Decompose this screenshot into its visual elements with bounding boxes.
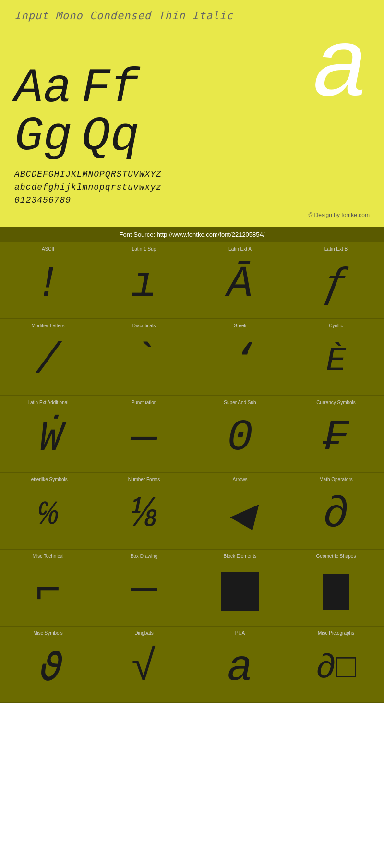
glyph-cell-punctuation: Punctuation — <box>96 396 192 472</box>
alphabet-uppercase: ABCDEFGHIJKLMNOPQRSTUVWXYZ abcdefghijklm… <box>14 168 370 207</box>
glyph-cell-latinexta: Latin Ext A Ā <box>192 242 288 319</box>
glyph-char-modifier: / <box>35 331 61 391</box>
top-section: Input Mono Condensed Thin Italic Aa Ff a… <box>0 0 384 227</box>
glyph-label-mathops: Math Operators <box>293 477 379 482</box>
glyph-cell-ascii: ASCII ! <box>0 242 96 319</box>
glyph-char-pua: a <box>227 638 253 699</box>
glyph-cell-latinextb: Latin Ext B ƒ <box>288 242 384 319</box>
glyph-char-geoshapes <box>323 561 349 622</box>
glyph-label-ascii: ASCII <box>5 246 91 252</box>
glyph-char-boxdrawing: ─ <box>131 561 157 622</box>
glyph-cell-miscpict: Misc Pictographs ∂□ <box>288 626 384 703</box>
glyph-char-latinextadd: Ẇ <box>36 408 60 468</box>
glyph-char-superandsub: 0 <box>227 408 253 468</box>
glyph-char-mathops: ∂ <box>323 484 349 545</box>
glyph-label-boxdrawing: Box Drawing <box>101 554 187 559</box>
glyph-char-ascii: ! <box>35 254 61 314</box>
glyph-label-arrows: Arrows <box>197 477 283 482</box>
glyph-label-pua: PUA <box>197 630 283 636</box>
glyph-char-misctech: ⌐ <box>35 561 61 622</box>
glyph-cell-pua: PUA a <box>192 626 288 703</box>
glyph-char-cyrillic: È <box>326 331 346 391</box>
glyph-char-numberforms: ⅛ <box>131 484 157 545</box>
glyph-cell-numberforms: Number Forms ⅛ <box>96 472 192 549</box>
glyph-label-geoshapes: Geometric Shapes <box>293 554 379 559</box>
char-ff: Ff <box>82 65 139 113</box>
glyph-char-diacriticals: ` <box>131 331 157 391</box>
glyph-cell-misctech: Misc Technical ⌐ <box>0 549 96 626</box>
glyph-label-miscpict: Misc Pictographs <box>293 630 379 636</box>
glyph-char-greek: ʻ <box>227 331 253 391</box>
black-rect-icon <box>323 574 349 610</box>
glyph-label-misctech: Misc Technical <box>5 554 91 559</box>
glyph-cell-modifier: Modifier Letters / <box>0 319 96 396</box>
glyph-char-miscpict: ∂□ <box>316 638 356 699</box>
glyph-grid: ASCII ! Latin 1 Sup ı Latin Ext A Ā Lati… <box>0 242 384 703</box>
glyph-label-latinexta: Latin Ext A <box>197 246 283 252</box>
glyph-char-blockelements <box>221 561 259 622</box>
glyph-cell-geoshapes: Geometric Shapes <box>288 549 384 626</box>
char-gg: Gg <box>14 113 72 161</box>
glyph-char-miscsymbols: ϑ <box>36 638 60 699</box>
glyph-label-numberforms: Number Forms <box>101 477 187 482</box>
glyph-char-dingbats: √ <box>131 638 157 699</box>
glyph-label-cyrillic: Cyrillic <box>293 323 379 328</box>
glyph-label-punctuation: Punctuation <box>101 400 187 405</box>
glyph-cell-superandsub: Super And Sub 0 <box>192 396 288 472</box>
glyph-cell-miscsymbols: Misc Symbols ϑ <box>0 626 96 703</box>
glyph-label-letterlike: Letterlike Symbols <box>5 477 91 482</box>
glyph-label-blockelements: Block Elements <box>197 554 283 559</box>
char-aa: Aa <box>14 65 72 113</box>
font-source: Font Source: http://www.fontke.com/font/… <box>0 227 384 242</box>
char-row-1: Aa Ff a <box>14 26 370 113</box>
glyph-label-latinextadd: Latin Ext Additional <box>5 400 91 405</box>
glyph-cell-boxdrawing: Box Drawing ─ <box>96 549 192 626</box>
glyph-char-latinextb: ƒ <box>323 254 349 314</box>
glyph-cell-greek: Greek ʻ <box>192 319 288 396</box>
char-large-a: a <box>312 26 370 113</box>
glyph-label-latinextb: Latin Ext B <box>293 246 379 252</box>
glyph-label-modifier: Modifier Letters <box>5 323 91 328</box>
glyph-label-diacriticals: Diacriticals <box>101 323 187 328</box>
glyph-label-superandsub: Super And Sub <box>197 400 283 405</box>
glyph-cell-letterlike: Letterlike Symbols ℅ <box>0 472 96 549</box>
glyph-label-currency: Currency Symbols <box>293 400 379 405</box>
glyph-label-greek: Greek <box>197 323 283 328</box>
char-qq: Qq <box>82 113 139 161</box>
glyph-label-dingbats: Dingbats <box>101 630 187 636</box>
black-square-icon <box>221 572 259 611</box>
glyph-char-letterlike: ℅ <box>38 484 58 545</box>
glyph-cell-mathops: Math Operators ∂ <box>288 472 384 549</box>
glyph-char-latinexta: Ā <box>227 254 253 314</box>
glyph-cell-latinextadd: Latin Ext Additional Ẇ <box>0 396 96 472</box>
glyph-cell-dingbats: Dingbats √ <box>96 626 192 703</box>
glyph-cell-arrows: Arrows ◀ <box>192 472 288 549</box>
glyph-char-arrows: ◀ <box>227 484 253 545</box>
glyph-cell-currency: Currency Symbols ₣ <box>288 396 384 472</box>
glyphs-section: ASCII ! Latin 1 Sup ı Latin Ext A Ā Lati… <box>0 242 384 703</box>
glyph-cell-blockelements: Block Elements <box>192 549 288 626</box>
copyright: © Design by fontke.com <box>14 212 370 222</box>
glyph-cell-diacriticals: Diacriticals ` <box>96 319 192 396</box>
glyph-cell-latin1sup: Latin 1 Sup ı <box>96 242 192 319</box>
glyph-char-currency: ₣ <box>323 408 349 468</box>
glyph-cell-cyrillic: Cyrillic È <box>288 319 384 396</box>
glyph-char-latin1sup: ı <box>131 254 157 314</box>
glyph-char-punctuation: — <box>131 408 157 468</box>
glyph-label-latin1sup: Latin 1 Sup <box>101 246 187 252</box>
glyph-label-miscsymbols: Misc Symbols <box>5 630 91 636</box>
